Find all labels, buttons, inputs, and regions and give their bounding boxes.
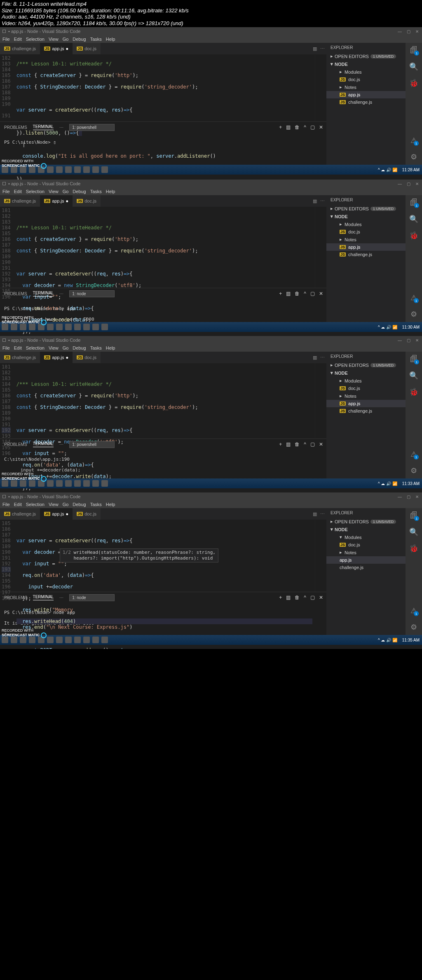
minimap[interactable]: [315, 207, 326, 288]
close-panel-icon[interactable]: ✕: [319, 124, 323, 130]
open-editors-section[interactable]: ▸ OPEN EDITORS 1 UNSAVED: [326, 205, 406, 212]
gear-icon[interactable]: ⚙: [410, 152, 417, 161]
menu-file[interactable]: File: [2, 37, 10, 42]
minimize-button[interactable]: —: [398, 182, 402, 186]
search-icon[interactable]: 🔍: [409, 62, 418, 71]
close-button[interactable]: ✕: [415, 182, 419, 186]
split-terminal-icon[interactable]: ▥: [286, 291, 291, 296]
files-icon[interactable]: 🗐1: [410, 46, 417, 55]
menu-go[interactable]: Go: [63, 37, 69, 42]
open-editors-section[interactable]: ▸ OPEN EDITORS 1 UNSAVED: [326, 52, 406, 60]
menubar: File Edit Selection View Go Debug Tasks …: [0, 35, 422, 43]
folder-notes[interactable]: ▸ Notes: [326, 83, 406, 91]
menu-selection[interactable]: Selection: [26, 37, 45, 42]
file-doc[interactable]: JS doc.js: [326, 76, 406, 83]
maximize-panel-icon[interactable]: ▢: [310, 124, 315, 130]
alert-icon[interactable]: ⚠1: [410, 136, 417, 145]
maximize-button[interactable]: ▢: [407, 29, 410, 34]
search-icon[interactable]: 🔍: [409, 215, 418, 224]
minimap[interactable]: [315, 54, 326, 121]
tab-doc[interactable]: JSdoc.js: [73, 508, 101, 520]
trash-icon[interactable]: 🗑: [295, 124, 300, 130]
tab-doc[interactable]: JSdoc.js: [73, 352, 101, 363]
node-folder[interactable]: ▾ NODE: [326, 60, 406, 68]
split-editor-icon[interactable]: ▥: [313, 46, 317, 51]
activity-bar: 🗐1 🔍 🐞 ⚠1 ⚙: [406, 43, 422, 165]
more-icon[interactable]: ⋯: [320, 198, 325, 204]
files-icon[interactable]: 🗐1: [410, 511, 417, 520]
meta-line: Size: 111669185 bytes (106.50 MiB), dura…: [2, 7, 420, 14]
menu-edit[interactable]: Edit: [14, 37, 22, 42]
debug-icon[interactable]: 🐞: [409, 79, 418, 88]
gear-icon[interactable]: ⚙: [410, 466, 417, 475]
menubar: FileEditSelectionViewGoDebugTasksHelp: [0, 188, 422, 195]
tab-doc[interactable]: JSdoc.js: [73, 195, 101, 207]
menu-tasks[interactable]: Tasks: [90, 37, 102, 42]
maximize-button[interactable]: ▢: [407, 182, 410, 186]
trash-icon[interactable]: 🗑: [295, 291, 300, 296]
tab-doc[interactable]: JSdoc.js: [73, 43, 101, 54]
tab-challenge[interactable]: JSchallenge.js: [0, 43, 40, 54]
chevron-up-icon[interactable]: ^: [304, 124, 306, 130]
panel-problems[interactable]: PROBLEMS: [4, 125, 27, 130]
file-app[interactable]: JS app.js: [326, 91, 406, 98]
editor-tabs: JSchallenge.js JSapp.js● JSdoc.js ▥ ⋯: [0, 43, 326, 54]
code-editor[interactable]: 1811821831841851861871881891901911921931…: [0, 207, 326, 288]
debug-icon[interactable]: 🐞: [409, 231, 418, 240]
shell-select[interactable]: 1: node: [69, 290, 115, 297]
files-icon[interactable]: 🗐1: [410, 355, 417, 364]
tab-app[interactable]: JSapp.js●: [40, 352, 73, 363]
search-icon[interactable]: 🔍: [409, 371, 418, 380]
panel-terminal[interactable]: TERMINAL: [33, 291, 54, 296]
explorer-sidebar: EXPLORER ▸ OPEN EDITORS 1 UNSAVED ▾ NODE…: [326, 195, 406, 322]
files-icon[interactable]: 🗐1: [410, 198, 417, 207]
menu-help[interactable]: Help: [106, 37, 115, 42]
panel-terminal[interactable]: TERMINAL: [33, 124, 54, 130]
code-editor[interactable]: 182183184185186187188189190191 /*** Less…: [0, 54, 326, 121]
explorer-sidebar: EXPLORER ▸ OPEN EDITORS 1 UNSAVED ▾ NODE…: [326, 43, 406, 165]
debug-icon[interactable]: 🐞: [409, 544, 418, 553]
signature-help: 1/2 writeHead(statusCode: number, reason…: [60, 548, 218, 562]
tab-challenge[interactable]: JSchallenge.js: [0, 352, 40, 363]
node-folder[interactable]: ▾ NODE: [326, 212, 406, 220]
tab-challenge[interactable]: JSchallenge.js: [0, 508, 40, 520]
tab-app[interactable]: JSapp.js●: [40, 43, 73, 54]
new-terminal-icon[interactable]: +: [279, 124, 282, 130]
window-title: • app.js - Node - Visual Studio Code: [8, 29, 80, 34]
new-terminal-icon[interactable]: +: [279, 291, 282, 296]
window-title: • app.js - Node - Visual Studio Code: [8, 181, 80, 186]
watermark: RECORDED WITH SCREENCAST MATIC: [2, 159, 47, 169]
panel-more-icon[interactable]: ⋯: [59, 125, 63, 130]
split-editor-icon[interactable]: ▥: [313, 198, 317, 204]
taskbar-clock: 11:30 AM: [402, 325, 420, 329]
minimize-button[interactable]: —: [398, 29, 402, 34]
code-editor[interactable]: 1811821831841851861871881891901911921931…: [0, 363, 326, 439]
close-button[interactable]: ✕: [415, 29, 419, 34]
window-titlebar: • app.js - Node - Visual Studio Code — ▢…: [0, 27, 422, 35]
file-app[interactable]: JS app.js: [326, 243, 406, 251]
debug-icon[interactable]: 🐞: [409, 387, 418, 397]
code-editor[interactable]: 1851861871881891901911921931941951961971…: [0, 520, 326, 592]
panel-problems[interactable]: PROBLEMS: [4, 292, 27, 296]
gear-icon[interactable]: ⚙: [410, 310, 417, 319]
taskbar: ^ ☁ 🔊 📶 11:28 AM: [0, 165, 422, 175]
meta-line: Video: h264, yuv420p, 1280x720, 1184 kb/…: [2, 20, 420, 27]
gear-icon[interactable]: ⚙: [410, 623, 417, 632]
meta-line: File: 8. 11-1-Lesson writeHead.mp4: [2, 1, 420, 7]
shell-select[interactable]: 1: powershell: [69, 124, 115, 131]
file-challenge[interactable]: JS challenge.js: [326, 98, 406, 106]
window-titlebar: • app.js - Node - Visual Studio Code —▢✕: [0, 180, 422, 188]
tab-app[interactable]: JSapp.js●: [40, 195, 73, 207]
split-terminal-icon[interactable]: ▥: [286, 124, 291, 130]
menu-debug[interactable]: Debug: [73, 37, 86, 42]
meta-line: Audio: aac, 44100 Hz, 2 channels, s16, 1…: [2, 14, 420, 20]
tab-app[interactable]: JSapp.js●: [40, 508, 73, 520]
editor-tabs: JSchallenge.js JSapp.js● JSdoc.js ▥⋯: [0, 195, 326, 207]
more-icon[interactable]: ⋯: [320, 46, 325, 51]
search-icon[interactable]: 🔍: [409, 527, 418, 537]
taskbar-clock: 11:28 AM: [402, 168, 420, 172]
tab-challenge[interactable]: JSchallenge.js: [0, 195, 40, 207]
menu-view[interactable]: View: [49, 37, 59, 42]
folder-modules[interactable]: ▸ Modules: [326, 68, 406, 76]
explorer-title: EXPLORER: [326, 43, 406, 52]
